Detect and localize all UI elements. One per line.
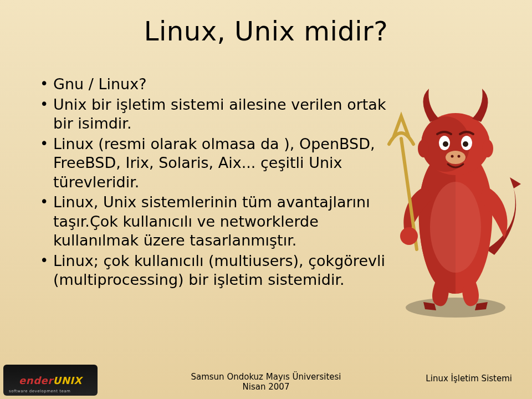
bullet-item: Unix bir işletim sistemi ailesine verile… — [39, 95, 393, 134]
svg-point-0 — [406, 298, 505, 318]
svg-point-3 — [400, 227, 418, 245]
bullet-item: Linux (resmi olarak olmasa da ), OpenBSD… — [39, 135, 393, 192]
footer-date: Nisan 2007 — [0, 382, 532, 392]
svg-point-10 — [446, 151, 466, 164]
svg-point-11 — [451, 155, 454, 158]
bullet-item: Linux, Unix sistemlerinin tüm avantajlar… — [39, 193, 393, 250]
svg-point-8 — [443, 141, 448, 147]
svg-point-1 — [430, 182, 481, 273]
svg-point-14 — [482, 140, 493, 157]
slide-title: Linux, Unix midir? — [0, 16, 532, 47]
bullet-item: Gnu / Linux? — [39, 75, 393, 94]
bullet-item: Linux; çok kullanıcılı (multiusers), çok… — [39, 252, 393, 290]
svg-point-12 — [458, 155, 461, 158]
bsd-daemon-mascot-icon — [383, 83, 528, 321]
slide-body: Gnu / Linux? Unix bir işletim sistemi ai… — [39, 75, 393, 291]
svg-point-9 — [463, 141, 468, 147]
svg-point-13 — [418, 140, 429, 157]
footer-topic: Linux İşletim Sistemi — [426, 374, 512, 383]
